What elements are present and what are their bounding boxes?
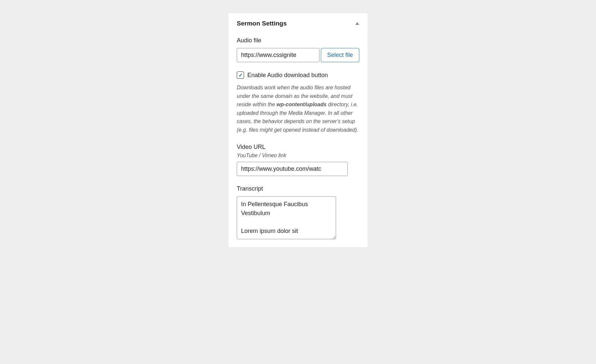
collapse-up-icon[interactable] [355, 22, 359, 25]
video-url-group: Video URL YouTube / Vimeo link [237, 144, 359, 176]
sermon-settings-panel: Sermon Settings Audio file Select file ✓… [228, 13, 368, 247]
transcript-textarea[interactable] [237, 196, 336, 239]
panel-header[interactable]: Sermon Settings [237, 20, 359, 27]
video-url-input[interactable] [237, 162, 348, 176]
audio-file-group: Audio file Select file [237, 37, 359, 62]
download-help-text: Downloads work when the audio files are … [237, 83, 359, 134]
enable-download-checkbox[interactable]: ✓ [237, 71, 244, 79]
audio-file-input[interactable] [237, 48, 320, 62]
select-file-button[interactable]: Select file [321, 48, 359, 62]
transcript-label: Transcript [237, 185, 359, 192]
audio-input-row: Select file [237, 48, 359, 62]
help-text-bold: wp-content/uploads [276, 102, 326, 107]
panel-title: Sermon Settings [237, 20, 287, 27]
enable-download-label: Enable Audio download button [247, 72, 328, 79]
video-url-label: Video URL [237, 144, 359, 151]
transcript-group: Transcript [237, 185, 359, 241]
video-url-sublabel: YouTube / Vimeo link [237, 153, 359, 159]
check-icon: ✓ [238, 72, 243, 78]
audio-file-label: Audio file [237, 37, 359, 44]
enable-download-row: ✓ Enable Audio download button [237, 71, 359, 79]
download-group: ✓ Enable Audio download button Downloads… [237, 71, 359, 134]
transcript-wrapper [237, 196, 336, 241]
